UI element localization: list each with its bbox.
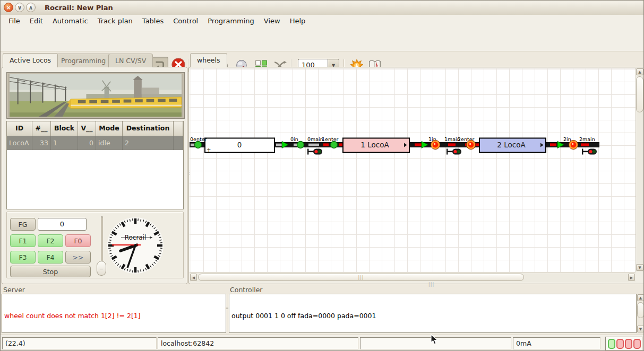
cell-block: 1 [51, 136, 78, 150]
scroll-down-arrow[interactable]: ▼ [637, 326, 644, 332]
col-speed[interactable]: V__ [78, 121, 96, 136]
menu-view[interactable]: View [259, 15, 285, 27]
menu-programming[interactable]: Programming [203, 15, 259, 27]
power-led-box [605, 337, 643, 350]
signal-0main[interactable] [307, 149, 322, 155]
svg-text:0: 0 [237, 141, 242, 149]
col-block[interactable]: Block [51, 121, 78, 136]
statusbar: (22,4) localhost:62842 0mA [1, 335, 644, 351]
rocrail-window: × ∨ ∧ Rocrail: New Plan File Edit Automa… [0, 0, 644, 351]
toolbar: 100 ▼ [1, 27, 644, 51]
cell-destination: 2 [123, 136, 174, 150]
svg-text:2 LocoA: 2 LocoA [497, 141, 526, 149]
f1-button[interactable]: F1 [10, 234, 36, 247]
power-led-2 [625, 339, 632, 349]
f2-button[interactable]: F2 [38, 234, 63, 247]
server-log-title: Server [3, 286, 25, 294]
menu-automatic[interactable]: Automatic [48, 15, 93, 27]
window-title: Rocrail: New Plan [45, 1, 113, 15]
col-spacer [174, 121, 183, 136]
block-0-plus: + [207, 147, 211, 153]
col-id[interactable]: ID [7, 121, 32, 136]
block-2[interactable]: 2 LocoA [479, 138, 546, 153]
f3-button[interactable]: F3 [10, 251, 36, 264]
vertical-splitter-grip[interactable]: ··· [186, 170, 191, 176]
tab-ln-cvsv[interactable]: LN CV/SV [108, 54, 153, 67]
cell-mode: idle [96, 136, 123, 150]
col-destination[interactable]: Destination [123, 121, 174, 136]
block-0[interactable]: 0 + [205, 138, 274, 153]
more-functions-button[interactable]: >> [65, 251, 91, 264]
col-mode[interactable]: Mode [96, 121, 123, 136]
speed-slider-handle[interactable]: = [97, 261, 106, 276]
loco-photo [6, 72, 185, 119]
plan-hscroll-thumb[interactable]: ||| [198, 274, 524, 281]
scroll-left-arrow[interactable]: ◀ [190, 274, 197, 281]
menu-edit[interactable]: Edit [25, 15, 48, 27]
window-maximize-button[interactable]: ∧ [26, 3, 36, 12]
server-log[interactable]: wheel count does not match 1[2] != 2[1] … [2, 294, 226, 333]
svg-text:0in: 0in [290, 136, 298, 142]
loco-photo-image [8, 74, 183, 117]
titlebar: × ∨ ∧ Rocrail: New Plan [1, 1, 644, 15]
tab-wheels[interactable]: wheels [190, 53, 227, 67]
throttle-panel: FG 0 F1 F2 F0 F3 F4 >> Stop = Rocrail [6, 212, 184, 278]
cell-spacer [174, 136, 183, 150]
block-1[interactable]: 1 LocoA [343, 138, 409, 153]
plan-vscroll-thumb[interactable] [636, 76, 643, 112]
menubar: File Edit Automatic Track plan Tables Co… [1, 15, 644, 27]
tab-active-locos[interactable]: Active Locos [3, 53, 58, 67]
menu-tables[interactable]: Tables [138, 15, 168, 27]
power-led-1 [616, 339, 624, 349]
track-plan-canvas[interactable]: 0 + 1 LocoA 2 LocoA 0enter 0in 0main 1en… [190, 68, 636, 272]
power-led-0 [608, 339, 615, 349]
fast-clock: Rocrail [106, 216, 165, 275]
svg-text:1 LocoA: 1 LocoA [360, 141, 389, 149]
scroll-down-arrow[interactable]: ▼ [636, 264, 643, 271]
controller-log-line: output 0001 1 0 off fada=0000 pada=0001 [231, 312, 634, 320]
svg-text:2main: 2main [579, 136, 595, 142]
clock-brand: Rocrail [125, 234, 147, 241]
svg-text:2in: 2in [563, 136, 571, 142]
status-server-address: localhost:62842 [158, 337, 358, 349]
cell-id: LocoA [7, 136, 32, 150]
f0-button[interactable]: F0 [65, 234, 91, 247]
mouse-cursor [431, 334, 439, 345]
scroll-up-arrow[interactable]: ▲ [636, 68, 643, 75]
loco-panel-frame: ID #__ Block V__ Mode Destination LocoA … [2, 67, 187, 284]
menu-track-plan[interactable]: Track plan [93, 15, 138, 27]
loco-list: ID #__ Block V__ Mode Destination LocoA … [6, 121, 184, 209]
server-log-line: wheel count does not match 1[2] != 2[1] [4, 312, 224, 320]
horizontal-splitter-grip[interactable]: ||| [428, 282, 434, 287]
loco-table-row[interactable]: LocoA 33 1 0 idle 2 [7, 136, 183, 150]
menu-file[interactable]: File [4, 15, 25, 27]
scroll-right-arrow[interactable]: ▶ [628, 274, 635, 281]
window-minimize-button[interactable]: ∨ [15, 3, 24, 12]
cell-speed: 0 [78, 136, 96, 150]
stop-button[interactable]: Stop [10, 266, 91, 277]
power-led-3 [633, 339, 641, 349]
controller-log[interactable]: output 0001 1 0 off fada=0000 pada=0001 … [229, 294, 637, 333]
svg-text:1enter: 1enter [322, 136, 338, 142]
col-address[interactable]: #__ [32, 121, 51, 136]
controller-scroll-thumb[interactable] [637, 302, 644, 318]
speed-display[interactable]: 0 [38, 218, 87, 231]
tab-programming[interactable]: Programming [54, 54, 113, 67]
fg-button[interactable]: FG [10, 218, 36, 231]
loco-table-header: ID #__ Block V__ Mode Destination [7, 121, 183, 136]
signal-2main[interactable] [582, 149, 597, 155]
controller-log-title: Controller [230, 286, 263, 294]
svg-text:0main: 0main [307, 136, 323, 142]
signal-1main[interactable] [446, 149, 461, 155]
status-grid-position: (22,4) [2, 337, 157, 349]
scroll-up-arrow[interactable]: ▲ [637, 294, 644, 301]
status-current: 0mA [513, 337, 600, 349]
f4-button[interactable]: F4 [38, 251, 63, 264]
menu-control[interactable]: Control [168, 15, 203, 27]
window-close-button[interactable]: × [4, 3, 13, 12]
menu-help[interactable]: Help [285, 15, 311, 27]
cell-address: 33 [32, 136, 51, 150]
